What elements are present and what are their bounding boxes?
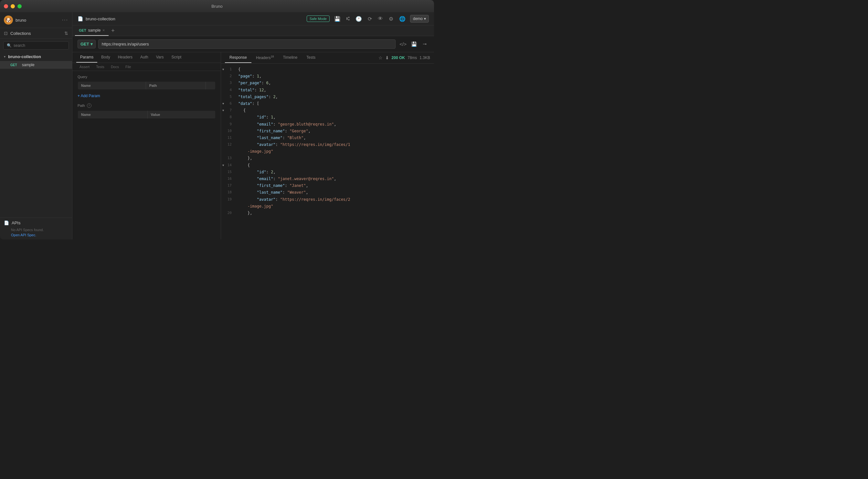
sidebar-menu-button[interactable]: ··· <box>62 17 68 23</box>
url-input[interactable] <box>98 39 396 49</box>
sidebar-logo: 🐶 <box>4 15 13 25</box>
apis-open-link[interactable]: Open API Spec. <box>4 233 68 237</box>
chevron-down-icon: ▾ <box>424 16 426 21</box>
resp-tab-headers[interactable]: Headers18 <box>251 52 278 63</box>
response-time: 78ms <box>407 56 417 60</box>
response-actions: ☆ ⬇ 200 OK 78ms 1.3KB <box>378 55 430 60</box>
download-icon[interactable]: ⬇ <box>385 55 389 60</box>
query-action-header <box>206 82 216 90</box>
resp-tab-timeline[interactable]: Timeline <box>278 53 302 63</box>
json-line: 15 "id": 2, <box>221 169 434 176</box>
title-bar: Bruno <box>0 0 434 12</box>
send-button[interactable]: → <box>421 39 429 49</box>
method-chevron-icon: ▾ <box>91 42 93 46</box>
subtab-file[interactable]: File <box>122 63 134 71</box>
json-line: 19 "avatar": "https://reqres.in/img/face… <box>221 196 434 203</box>
resp-tab-response[interactable]: Response <box>225 53 251 63</box>
safe-mode-button[interactable]: Safe Mode <box>307 15 330 22</box>
save-icon[interactable]: 💾 <box>333 15 342 23</box>
response-tabs: Response Headers18 Timeline Tests ☆ ⬇ 20… <box>221 52 434 64</box>
tab-headers[interactable]: Headers <box>114 52 136 63</box>
path-section: Path ? Name Value <box>72 103 221 123</box>
subtab-docs[interactable]: Docs <box>107 63 122 71</box>
tab-params[interactable]: Params <box>76 52 97 63</box>
close-button[interactable] <box>4 4 8 8</box>
query-params-table: Name Path <box>78 81 216 90</box>
file-icon: 📄 <box>4 220 9 225</box>
json-viewer[interactable]: ▼1 { 2 "page": 1, 3 "per_page": 6, 4 "to… <box>221 64 434 240</box>
top-bar: 📄 bruno-collection Safe Mode 💾 ⑆ 🕐 ⟳ 👁 ⚙… <box>72 12 434 26</box>
collection-title-bar: 📄 bruno-collection <box>78 16 115 21</box>
url-actions: </> 💾 → <box>398 39 429 49</box>
env-dropdown[interactable]: demo ▾ <box>410 15 429 23</box>
json-line: 12 "avatar": "https://reqres.in/img/face… <box>221 141 434 148</box>
maximize-button[interactable] <box>18 4 22 8</box>
code-icon[interactable]: </> <box>398 39 408 49</box>
collections-sort-button[interactable]: ⇅ <box>64 31 68 36</box>
search-input[interactable] <box>13 43 65 48</box>
history-icon[interactable]: 🕐 <box>354 15 363 23</box>
path-help-icon[interactable]: ? <box>87 103 91 108</box>
request-panel: Params Body Headers Auth Vars Script Ass… <box>72 52 221 240</box>
window-controls[interactable] <box>4 4 22 8</box>
add-param-button[interactable]: + Add Param <box>78 92 100 99</box>
json-line: 2 "page": 1, <box>221 73 434 80</box>
subtab-tests[interactable]: Tests <box>93 63 107 71</box>
json-line: 3 "per_page": 6, <box>221 80 434 87</box>
apis-section: 📄 APIs No API Specs found. Open API Spec… <box>0 217 72 240</box>
apis-no-spec: No API Specs found. <box>4 225 68 233</box>
headers-count-badge: 18 <box>271 55 274 58</box>
apis-label: APIs <box>12 220 20 225</box>
collection-file-icon: 📄 <box>78 16 83 21</box>
collection-item-bruno[interactable]: ▾ bruno-collection <box>0 52 72 61</box>
json-line: 18 "last_name": "Weaver", <box>221 189 434 196</box>
path-header: Path ? <box>78 103 216 108</box>
response-panel: Response Headers18 Timeline Tests ☆ ⬇ 20… <box>221 52 434 240</box>
tree-icon[interactable]: ⑆ <box>345 15 351 22</box>
tab-name: sample <box>88 28 101 33</box>
tab-close-button[interactable]: × <box>102 28 105 33</box>
globe-icon[interactable]: 🌐 <box>398 15 407 23</box>
tab-body[interactable]: Body <box>97 52 114 63</box>
new-tab-button[interactable]: + <box>108 26 117 35</box>
response-status: 200 OK <box>392 56 405 60</box>
save-request-icon[interactable]: 💾 <box>410 39 418 49</box>
star-icon[interactable]: ☆ <box>378 55 383 60</box>
path-name-header: Name <box>78 111 148 119</box>
request-item-sample[interactable]: GET sample <box>0 61 72 69</box>
request-name: sample <box>22 63 35 67</box>
collection-name: bruno-collection <box>8 54 41 59</box>
main-panel: 📄 bruno-collection Safe Mode 💾 ⑆ 🕐 ⟳ 👁 ⚙… <box>72 12 434 240</box>
panels: Params Body Headers Auth Vars Script Ass… <box>72 52 434 240</box>
json-line: 4 "total": 12, <box>221 87 434 94</box>
json-line: 5 "total_pages": 2, <box>221 94 434 100</box>
subtab-assert[interactable]: Assert <box>76 63 93 71</box>
chevron-down-icon: ▾ <box>4 55 5 59</box>
json-line: ▼1 { <box>221 66 434 73</box>
sidebar: 🐶 bruno ··· ⊡ Collections ⇅ 🔍 ▾ bruno-co… <box>0 12 72 240</box>
minimize-button[interactable] <box>11 4 15 8</box>
tab-sample[interactable]: GET sample × <box>75 26 108 36</box>
tab-auth[interactable]: Auth <box>136 52 152 63</box>
tab-script[interactable]: Script <box>168 52 185 63</box>
tab-vars[interactable]: Vars <box>152 52 168 63</box>
json-line-continuation: -image.jpg" <box>221 203 434 210</box>
top-bar-actions: Safe Mode 💾 ⑆ 🕐 ⟳ 👁 ⚙ 🌐 demo ▾ <box>307 15 429 23</box>
method-select[interactable]: GET ▾ <box>78 40 96 48</box>
request-subtabs: Assert Tests Docs File <box>72 63 221 71</box>
url-bar: GET ▾ </> 💾 → <box>72 36 434 52</box>
gear-icon[interactable]: ⚙ <box>388 15 395 23</box>
collections-label: Collections <box>10 31 31 36</box>
json-line: 20 }, <box>221 210 434 216</box>
apis-header[interactable]: 📄 APIs <box>4 220 68 225</box>
eye-icon[interactable]: 👁 <box>376 15 384 22</box>
json-line: 11 "last_name": "Bluth", <box>221 135 434 141</box>
resp-tab-tests[interactable]: Tests <box>302 53 320 63</box>
path-params-table: Name Value <box>78 110 216 119</box>
method-label: GET <box>81 42 89 46</box>
sidebar-username: bruno <box>16 18 59 23</box>
query-section: Query Name Path + Add Param <box>72 71 221 103</box>
request-tabs: Params Body Headers Auth Vars Script <box>72 52 221 63</box>
json-line: 17 "first_name": "Janet", <box>221 182 434 189</box>
run-icon[interactable]: ⟳ <box>367 15 373 23</box>
